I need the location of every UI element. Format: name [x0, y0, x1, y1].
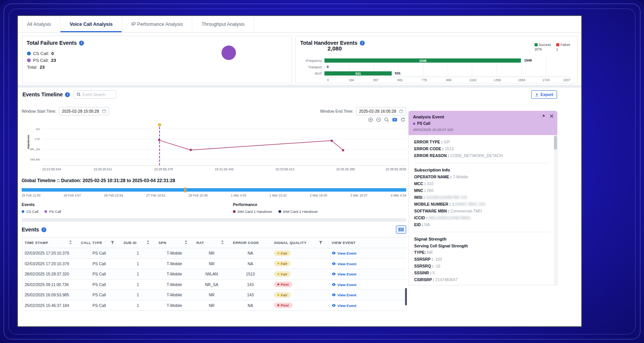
events-legend-group: Events CS CallPS Call	[22, 202, 61, 214]
column-header-signal-quality[interactable]: SIGNAL QUALITY	[271, 241, 329, 245]
column-header-sub-id[interactable]: SUB ID	[120, 240, 155, 245]
tab-voice-call-analysis[interactable]: Voice Call Analysis	[60, 16, 122, 32]
column-header-view-event[interactable]: VIEW EVENT	[329, 241, 406, 245]
event-search-input[interactable]	[82, 93, 113, 97]
panel-field-type-: TYPE: NR	[414, 250, 549, 255]
column-label: SIGNAL QUALITY	[274, 241, 307, 245]
bar-inner-value: 1548	[419, 59, 426, 63]
view-event-link[interactable]: View Event	[332, 262, 356, 266]
section-divider	[18, 85, 581, 88]
event-search-box[interactable]	[74, 90, 116, 99]
panel-scrollbar-track[interactable]	[554, 135, 557, 285]
bar: 1548	[324, 58, 521, 63]
x-tick: 15:31:28.445	[215, 167, 234, 171]
sort-icon[interactable]	[69, 240, 72, 244]
eye-icon	[332, 262, 336, 265]
info-icon[interactable]: i	[360, 41, 365, 46]
badge-label: Fair	[281, 261, 287, 266]
view-event-link[interactable]: View Event	[332, 293, 356, 297]
info-icon[interactable]: i	[41, 227, 46, 232]
x-tick: 15:36:28.380	[336, 167, 355, 171]
global-timeline-bar[interactable]	[22, 188, 406, 192]
zoom-in-icon[interactable]	[368, 117, 373, 122]
global-tick: 1 Mar 22:42	[269, 194, 286, 197]
column-label: SPN	[158, 241, 166, 245]
y-category-nr-sa: NR_SA	[30, 148, 40, 151]
bar-row-irat: IRAT531531	[300, 70, 570, 77]
cell-view-event: View Event	[329, 251, 406, 255]
cell-view-event: View Event	[329, 282, 406, 287]
handover-legend: Success2079Failure1	[535, 43, 570, 51]
zoom-out-icon[interactable]	[376, 117, 381, 122]
global-tick: 25 Feb 11:00	[22, 194, 40, 197]
legend-label: SIM Card 2 Handover	[283, 209, 318, 214]
panel-scrollbar-thumb[interactable]	[554, 136, 557, 149]
filter-icon[interactable]	[111, 241, 114, 244]
global-timeline-marker[interactable]	[184, 187, 186, 192]
filter-icon[interactable]	[319, 241, 323, 244]
cell-signal-quality: Poor	[271, 302, 329, 308]
backdrop: All AnalysisVoice Call AnalysisIP Perfor…	[0, 0, 644, 343]
column-header-error-code[interactable]: ERROR CODE	[230, 241, 271, 245]
bar-track: 15481549	[324, 57, 570, 64]
field-value: SIP	[444, 140, 450, 144]
events-table: TIME STAMPCALL TYPESUB IDSPNRATERROR COD…	[22, 237, 406, 311]
analysis-event-call-type: PS Call	[417, 121, 430, 126]
column-header-spn[interactable]: SPN	[155, 240, 193, 245]
columns-selector-button[interactable]	[396, 225, 406, 234]
tab-throughput-analysis[interactable]: Throughput Analysis	[192, 16, 254, 32]
close-icon[interactable]	[550, 114, 554, 118]
cell-call-type: PS Call	[78, 293, 120, 297]
column-header-time-stamp[interactable]: TIME STAMP	[22, 240, 78, 245]
cell-rat: IWLAN	[193, 272, 230, 276]
view-event-link[interactable]: View Event	[332, 283, 356, 287]
calendar-icon	[102, 109, 106, 113]
cell-timestamp: 28/02/2025 15:28:37.320	[22, 272, 78, 276]
data-point	[190, 149, 192, 151]
view-event-link[interactable]: View Event	[332, 304, 356, 308]
box-select-icon[interactable]	[392, 117, 397, 122]
column-label: ERROR CODE	[233, 241, 259, 245]
sort-icon[interactable]	[147, 240, 149, 244]
window-end-input[interactable]: 2025-02-28 16:05:28	[356, 107, 406, 115]
panel-field-iccid-: ICCID : 8901260012345678901	[414, 216, 549, 220]
total-row: Total: 23	[27, 65, 56, 69]
sort-icon[interactable]	[185, 240, 187, 244]
cell-call-type: PS Call	[78, 261, 120, 266]
legend-item-success: Success2079	[535, 43, 551, 51]
legend-value: 23	[51, 58, 56, 63]
failure-legend: CS Call: 0PS Call: 23Total: 23	[27, 51, 56, 72]
sort-icon[interactable]	[221, 240, 224, 244]
bar-row-ifrequency: IFrequency15481549	[300, 57, 570, 64]
legend-dot	[27, 58, 31, 62]
column-header-rat[interactable]: RAT	[193, 240, 230, 245]
view-event-label: View Event	[337, 293, 356, 297]
data-point	[342, 149, 344, 151]
field-value: 234567 8901 234	[454, 202, 485, 206]
export-button[interactable]: Export	[531, 90, 557, 99]
field-label: SSRSRP :	[414, 257, 434, 261]
info-icon[interactable]: i	[65, 92, 70, 97]
field-label: SSRSRQ :	[414, 264, 435, 268]
main-content-row: Window Start Time: 2025-02-28 15:05:28 W…	[22, 102, 578, 326]
view-event-link[interactable]: View Event	[332, 272, 356, 276]
column-header-call-type[interactable]: CALL TYPE	[78, 241, 120, 245]
bar-category-label: IFrequency	[300, 59, 324, 63]
reset-icon[interactable]	[400, 117, 405, 122]
field-label: SSSINR :	[414, 271, 432, 275]
pin-icon[interactable]	[541, 114, 545, 118]
table-scrollbar[interactable]	[405, 288, 407, 305]
tab-ip-performance-analysis[interactable]: IP Performance Analysis	[122, 16, 192, 32]
cell-signal-quality: Poor	[271, 282, 329, 287]
view-event-link[interactable]: View Event	[332, 251, 356, 255]
window-end-label: Window End Time:	[320, 109, 353, 113]
tab-all-analysis[interactable]: All Analysis	[18, 16, 60, 32]
magnifier-icon[interactable]	[384, 117, 389, 122]
time-cursor-handle[interactable]	[158, 123, 161, 126]
x-tick: 387	[373, 78, 378, 82]
cell-error-code: NA	[230, 261, 271, 266]
info-icon[interactable]: i	[79, 41, 84, 46]
column-label: TIME STAMP	[25, 241, 48, 245]
window-start-input[interactable]: 2025-02-28 15:05:28	[59, 107, 109, 115]
global-tick: 26 Feb 4:57	[64, 194, 81, 197]
